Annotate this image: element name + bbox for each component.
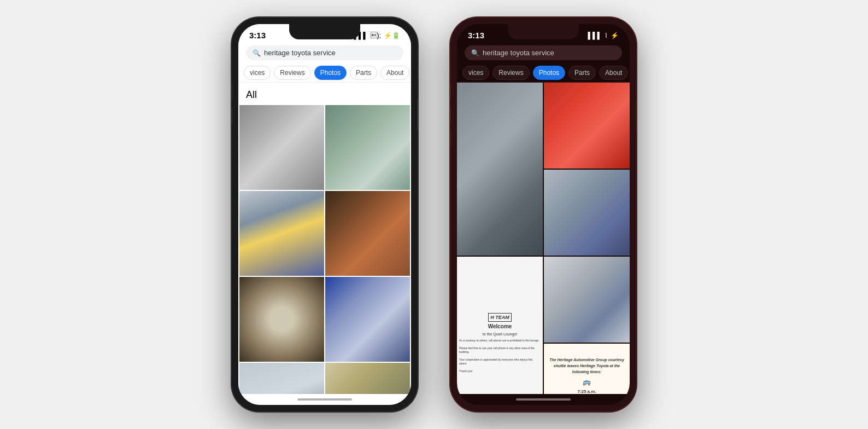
signal-icon-2: ▌▌▌	[588, 32, 602, 39]
phone-1-volume-down	[232, 108, 232, 124]
photo-service-bay[interactable]	[239, 191, 324, 276]
phone-1-time: 3:13	[249, 31, 266, 40]
photo-garage-interior[interactable]	[544, 170, 630, 256]
phone-1-home-bar	[297, 398, 352, 401]
photo-fisheye[interactable]	[239, 277, 324, 362]
photo-service-lift[interactable]	[325, 363, 410, 394]
photo-mechanic[interactable]	[544, 83, 630, 169]
phone-2-content[interactable]: H TEAM Welcome to the Quiet Lounge! As a…	[457, 83, 630, 394]
all-label: All	[238, 83, 411, 105]
photo-car-lift[interactable]	[325, 277, 410, 362]
phone-2-silent	[450, 130, 451, 146]
phone-2-home-indicator	[457, 394, 630, 405]
phone-2-search-input-row[interactable]: 🔍 heritage toyota service	[465, 45, 622, 60]
tab-about[interactable]: About	[380, 66, 409, 80]
phone-2-tabs: vices Reviews Photos Parts About	[457, 63, 630, 83]
welcome-title: Welcome	[459, 323, 541, 331]
phone-2-time: 3:13	[468, 31, 484, 40]
tab-2-about[interactable]: About	[599, 66, 628, 80]
wifi-icon: );	[371, 32, 381, 39]
phone-2-power	[636, 100, 636, 130]
tab-reviews[interactable]: Reviews	[274, 66, 310, 80]
tab-2-reviews[interactable]: Reviews	[492, 66, 529, 80]
phone-1-tabs: vices Reviews Photos Parts About	[238, 63, 411, 83]
phone-2-home-bar	[516, 398, 571, 401]
phone-1-status-icons: ▌▌▌ ); ⚡🔋	[354, 32, 400, 39]
battery-icon-2: ⚡	[611, 32, 619, 39]
phone-2-volume-down	[450, 108, 451, 124]
photo-person-bags[interactable]	[457, 83, 543, 256]
phone-2-search-text: heritage toyota service	[483, 49, 554, 57]
photo-parking-lot[interactable]	[325, 105, 410, 190]
tab-services[interactable]: vices	[244, 66, 271, 80]
shuttle-sign-content: The Heritage Automotive Group courtesy s…	[544, 353, 630, 394]
phone-2-notch	[508, 24, 579, 39]
phone-1-search-input-row[interactable]: 🔍 heritage toyota service	[246, 45, 403, 60]
phone-1-frame: 3:13 ▌▌▌ ); ⚡🔋 🔍 heritage toyota servic…	[232, 18, 418, 411]
tab-2-services[interactable]: vices	[462, 66, 489, 80]
battery-icon: ⚡🔋	[384, 32, 400, 39]
tab-2-parts[interactable]: Parts	[568, 66, 596, 80]
photo-garage-wide[interactable]	[239, 363, 324, 394]
welcome-subtitle: to the Quiet Lounge!	[459, 332, 541, 337]
phone-2-status-icons: ▌▌▌ ⌇ ⚡	[588, 32, 619, 39]
phone-1-search-text: heritage toyota service	[264, 49, 336, 57]
phone-1-search-icon: 🔍	[253, 49, 261, 57]
phone-2-search-icon: 🔍	[471, 49, 479, 57]
phone-1-content[interactable]: All	[238, 83, 411, 394]
phone-2-frame: 3:13 ▌▌▌ ⌇ ⚡ 🔍 heritage toyota service v…	[450, 18, 636, 411]
shuttle-title: The Heritage Automotive Group courtesy s…	[547, 357, 626, 375]
welcome-sign-content: H TEAM Welcome to the Quiet Lounge! As a…	[457, 311, 543, 375]
phone-1-volume-up	[232, 83, 232, 100]
phone-2-photo-grid: H TEAM Welcome to the Quiet Lounge! As a…	[457, 83, 630, 394]
phone-1-notch	[289, 24, 360, 39]
tab-photos[interactable]: Photos	[314, 66, 347, 80]
phone-2-volume-up	[450, 83, 451, 100]
photo-shuttle-sign[interactable]: The Heritage Automotive Group courtesy s…	[544, 344, 630, 394]
phone-1: 3:13 ▌▌▌ ); ⚡🔋 🔍 heritage toyota servic…	[232, 18, 418, 411]
photo-garage-door[interactable]	[239, 105, 324, 190]
photo-waiting-room[interactable]	[325, 191, 410, 276]
photo-lounge-2[interactable]	[544, 257, 630, 343]
phone-1-photo-grid	[238, 105, 411, 394]
phone-1-home-indicator	[238, 394, 411, 405]
tab-2-photos[interactable]: Photos	[533, 66, 565, 80]
shuttle-bus-icon: 🚌	[547, 377, 626, 387]
h-team-logo: H TEAM	[488, 313, 512, 322]
welcome-body: As a courtesy to others, cell phone use …	[459, 339, 541, 373]
phone-2-search-bar[interactable]: 🔍 heritage toyota service	[457, 42, 630, 63]
tab-parts[interactable]: Parts	[350, 66, 377, 80]
phone-1-screen: 3:13 ▌▌▌ ); ⚡🔋 🔍 heritage toyota servic…	[238, 24, 411, 405]
phone-2-screen: 3:13 ▌▌▌ ⌇ ⚡ 🔍 heritage toyota service v…	[457, 24, 630, 405]
shuttle-time-1: 7:25 a.m.	[547, 389, 626, 394]
phone-1-search-bar[interactable]: 🔍 heritage toyota service	[238, 42, 411, 63]
photo-welcome-sign[interactable]: H TEAM Welcome to the Quiet Lounge! As a…	[457, 257, 543, 394]
phone-2: 3:13 ▌▌▌ ⌇ ⚡ 🔍 heritage toyota service v…	[450, 18, 636, 411]
phone-1-power	[417, 100, 418, 130]
wifi-icon-2: ⌇	[605, 32, 608, 39]
